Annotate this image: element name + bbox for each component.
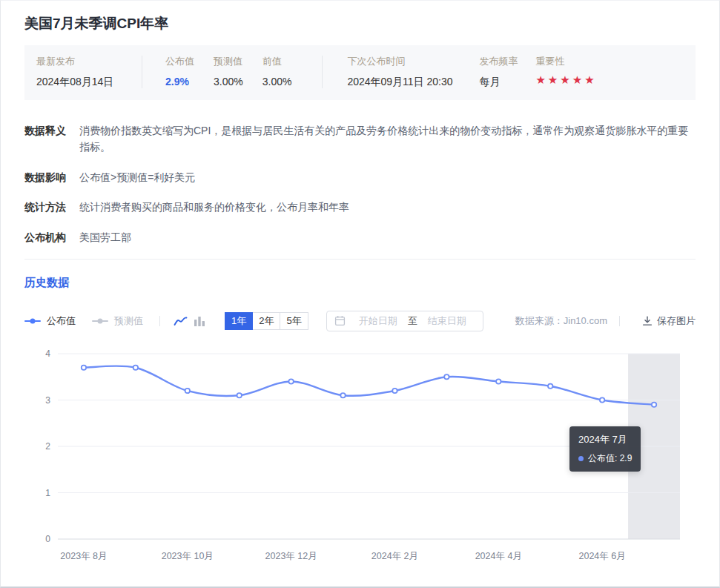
svg-text:2: 2: [45, 441, 50, 452]
next-release-value: 2024年09月11日 20:30: [347, 76, 479, 89]
next-release-label: 下次公布时间: [347, 55, 479, 68]
legend-label: 公布值: [47, 314, 76, 328]
history-chart[interactable]: 012342023年 8月2023年 10月2023年 12月2024年 2月2…: [24, 342, 696, 582]
chart-controls: 公布值 预测值 1年 2年 5年: [24, 311, 696, 331]
date-range-separator: 至: [408, 314, 417, 328]
history-heading[interactable]: 历史数据: [24, 276, 696, 290]
divider: [159, 316, 160, 326]
legend-line-marker: [24, 320, 41, 322]
detail-row-definition: 数据释义 消费物价指数英文缩写为CPI，是根据与居民生活有关的产品及劳务价格统计…: [24, 122, 696, 156]
detail-row-agency: 公布机构 美国劳工部: [24, 229, 696, 245]
previous-label: 前值: [262, 55, 292, 68]
detail-text: 美国劳工部: [79, 229, 696, 245]
latest-release: 最新发布 2024年08月14日: [36, 55, 142, 89]
calendar-icon: [334, 315, 346, 326]
detail-label: 数据影响: [24, 169, 79, 185]
legend-published[interactable]: 公布值: [24, 314, 76, 328]
published-label: 公布值: [165, 55, 194, 68]
published-number: 2.9%: [165, 76, 194, 87]
range-button-1y[interactable]: 1年: [225, 312, 253, 330]
svg-text:1: 1: [45, 487, 50, 498]
latest-release-value: 2024年08月14日: [36, 76, 142, 89]
page-title: 美国7月未季调CPI年率: [24, 1, 696, 33]
start-date-input[interactable]: [350, 314, 406, 327]
line-chart-icon[interactable]: [171, 313, 190, 329]
svg-text:2024年 6月: 2024年 6月: [579, 551, 626, 561]
legend-label: 预测值: [114, 314, 143, 328]
chart-type-switch: [171, 313, 209, 329]
legend-line-marker: [92, 320, 108, 322]
history-section: 历史数据 公布值 预测值 1年 2年 5年: [24, 259, 696, 582]
importance-label: 重要性: [535, 55, 596, 68]
svg-text:0: 0: [45, 534, 50, 544]
divider: [619, 316, 620, 326]
importance-stars: ★★★★★: [535, 73, 596, 87]
svg-text:4: 4: [45, 348, 50, 359]
date-range-picker[interactable]: 至: [326, 311, 483, 331]
next-release: 下次公布时间 2024年09月11日 20:30: [347, 55, 479, 89]
svg-text:2023年 10月: 2023年 10月: [162, 551, 214, 561]
detail-text: 统计消费者购买的商品和服务的价格变化，公布月率和年率: [79, 199, 696, 215]
previous-value: 前值 3.00%: [262, 55, 292, 89]
save-image-label: 保存图片: [657, 314, 696, 328]
frequency-label: 发布频率: [479, 55, 535, 68]
data-source-text: 数据来源：Jin10.com: [515, 314, 607, 328]
detail-label: 统计方法: [24, 199, 79, 215]
summary-divider: [142, 56, 142, 88]
range-button-5y[interactable]: 5年: [280, 312, 308, 330]
summary-divider: [322, 56, 323, 88]
range-button-2y[interactable]: 2年: [252, 312, 280, 330]
detail-rows: 数据释义 消费物价指数英文缩写为CPI，是根据与居民生活有关的产品及劳务价格统计…: [24, 122, 696, 245]
legend-forecast[interactable]: 预测值: [92, 314, 143, 328]
frequency: 发布频率 每月: [479, 55, 535, 89]
download-icon: [642, 316, 653, 326]
range-selector: 1年 2年 5年: [225, 312, 308, 330]
svg-text:2023年 12月: 2023年 12月: [265, 551, 317, 561]
svg-text:2023年 8月: 2023年 8月: [60, 551, 107, 561]
frequency-value: 每月: [479, 76, 535, 89]
detail-row-method: 统计方法 统计消费者购买的商品和服务的价格变化，公布月率和年率: [24, 199, 696, 215]
forecast-label: 预测值: [214, 55, 243, 68]
save-image-button[interactable]: 保存图片: [642, 314, 696, 328]
forecast-number: 3.00%: [214, 76, 243, 87]
end-date-input[interactable]: [419, 314, 475, 327]
previous-number: 3.00%: [262, 76, 292, 87]
summary-bar: 最新发布 2024年08月14日 公布值 2.9% 预测值 3.00% 前值 3…: [24, 45, 696, 100]
svg-text:3: 3: [45, 394, 50, 405]
published-value: 公布值 2.9%: [165, 55, 194, 89]
svg-text:2024年 4月: 2024年 4月: [475, 551, 522, 561]
latest-release-label: 最新发布: [36, 55, 142, 68]
forecast-value: 预测值 3.00%: [214, 55, 243, 89]
detail-label: 公布机构: [24, 229, 79, 245]
bar-chart-icon[interactable]: [190, 313, 209, 329]
detail-label: 数据释义: [24, 122, 79, 156]
svg-text:2024年 2月: 2024年 2月: [371, 551, 418, 561]
detail-text: 公布值>预测值=利好美元: [79, 169, 696, 185]
line-chart-canvas[interactable]: 012342023年 8月2023年 10月2023年 12月2024年 2月2…: [24, 342, 696, 582]
indicator-detail-page: 美国7月未季调CPI年率 最新发布 2024年08月14日 公布值 2.9% 预…: [0, 0, 720, 588]
detail-text: 消费物价指数英文缩写为CPI，是根据与居民生活有关的产品及劳务价格统计出来的物价…: [79, 122, 696, 156]
importance: 重要性 ★★★★★: [535, 55, 596, 89]
detail-row-impact: 数据影响 公布值>预测值=利好美元: [24, 169, 696, 185]
